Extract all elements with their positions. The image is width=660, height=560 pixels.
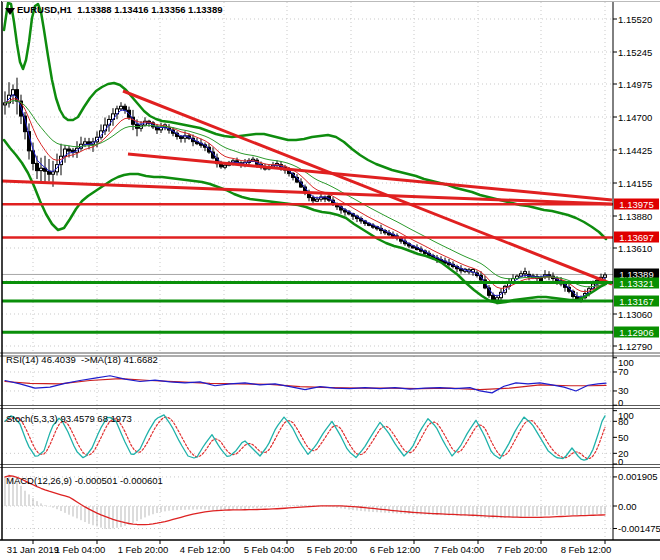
indicator-axis-label: 30 <box>618 385 629 396</box>
time-axis-label: 31 Jan 2019 <box>7 544 59 555</box>
price-axis-label: 1.13880 <box>618 211 652 222</box>
price-axis-label: 1.14155 <box>618 178 652 189</box>
time-axis-label: 5 Feb 04:00 <box>244 544 295 555</box>
indicator-axis-label: 50 <box>618 432 629 443</box>
price-axis-label: 1.13610 <box>618 243 652 254</box>
symbol-dropdown-icon <box>5 8 15 15</box>
price-badge-label: 1.13321 <box>619 278 653 289</box>
chart-window: 1.155201.152451.149751.147001.144251.141… <box>0 0 660 560</box>
price-axis-label: 1.14425 <box>618 145 652 156</box>
indicator-axis-label: 80 <box>618 416 629 427</box>
indicator-axis-label: 0 <box>618 397 623 408</box>
price-axis-label: 1.14700 <box>618 112 652 123</box>
chart-title-ohlc: EURUSD,H1 1.13388 1.13416 1.13356 1.1338… <box>17 4 222 15</box>
price-badge-label: 1.13975 <box>619 199 653 210</box>
time-axis-label: 6 Feb 12:00 <box>370 544 421 555</box>
indicator-axis-label: 70 <box>618 366 629 377</box>
time-axis-label: 7 Feb 04:00 <box>434 544 485 555</box>
indicator-axis-label: -0.001475 <box>618 523 660 534</box>
time-axis-label: 7 Feb 20:00 <box>497 544 548 555</box>
price-badge-label: 1.13167 <box>619 296 653 307</box>
price-axis-label: 1.15520 <box>618 14 652 25</box>
price-badge-label: 1.13697 <box>619 232 653 243</box>
time-axis-label: 5 Feb 20:00 <box>307 544 358 555</box>
price-axis-label: 1.15245 <box>618 47 652 58</box>
indicator-axis-label: 0 <box>618 456 623 467</box>
time-axis-label: 4 Feb 12:00 <box>180 544 231 555</box>
time-axis-label: 1 Feb 20:00 <box>118 544 169 555</box>
price-axis-label: 1.14975 <box>618 79 652 90</box>
time-axis-label: 1 Feb 04:00 <box>55 544 106 555</box>
stoch-indicator-label: Stoch(5,3,3) 93.4579 68.1973 <box>6 413 132 424</box>
indicator-axis-label: 0.00 <box>618 501 637 512</box>
price-axis-label: 1.12790 <box>618 341 652 352</box>
time-axis-label: 8 Feb 12:00 <box>561 544 612 555</box>
price-badge-label: 1.12906 <box>619 327 653 338</box>
price-axis-label: 1.13060 <box>618 309 652 320</box>
indicator-axis-label: 0.001905 <box>618 471 658 482</box>
rsi-indicator-label: RSI(14) 46.4039 ->MA(18) 41.6682 <box>6 354 158 365</box>
macd-indicator-label: MACD(12,26,9) -0.000501 -0.000601 <box>6 475 163 486</box>
